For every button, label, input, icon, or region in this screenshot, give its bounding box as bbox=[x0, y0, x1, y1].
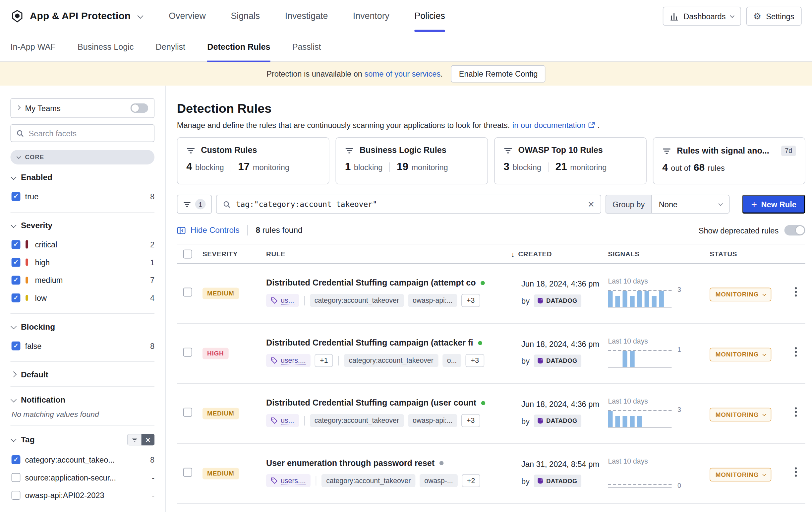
tag-pill[interactable]: category:account_takeover bbox=[321, 474, 416, 487]
facet-group-severity[interactable]: Severity bbox=[11, 221, 154, 230]
tag-pill[interactable]: category:account_takeover bbox=[310, 414, 404, 427]
hide-controls-link[interactable]: Hide Controls bbox=[177, 226, 240, 235]
tag-more-badge[interactable]: +2 bbox=[462, 474, 480, 487]
facet-group-notification[interactable]: Notification bbox=[11, 395, 154, 404]
nav-item-investigate[interactable]: Investigate bbox=[272, 0, 340, 32]
tag-facet-filter-button[interactable] bbox=[127, 434, 142, 445]
enable-remote-config-button[interactable]: Enable Remote Config bbox=[451, 65, 546, 82]
banner-services-link[interactable]: some of your services bbox=[365, 69, 441, 78]
new-rule-button[interactable]: New Rule bbox=[743, 195, 805, 214]
tab-in-app-waf[interactable]: In-App WAF bbox=[10, 32, 66, 61]
clear-search-icon[interactable] bbox=[588, 198, 594, 210]
facet-sidebar: My Teams Search facets CORE Enabled true… bbox=[0, 86, 166, 512]
status-dropdown[interactable]: MONITORING bbox=[709, 288, 771, 302]
tab-denylist[interactable]: Denylist bbox=[145, 32, 196, 61]
group-by-select[interactable]: None bbox=[651, 195, 730, 214]
nav-item-signals[interactable]: Signals bbox=[219, 0, 272, 32]
product-switcher[interactable]: App & API Protection bbox=[10, 9, 143, 23]
facet-group-default[interactable]: Default bbox=[11, 370, 154, 379]
settings-button[interactable]: Settings bbox=[746, 7, 802, 26]
my-teams-toggle[interactable] bbox=[130, 104, 148, 113]
tab-detection-rules[interactable]: Detection Rules bbox=[196, 32, 281, 61]
tag-more-badge[interactable]: +3 bbox=[461, 294, 480, 307]
facet-checkbox[interactable] bbox=[11, 490, 21, 500]
rules-search-input[interactable]: tag:"category:account_takeover" bbox=[216, 195, 601, 214]
core-label: CORE bbox=[25, 154, 45, 161]
nav-item-policies[interactable]: Policies bbox=[402, 0, 458, 32]
facet-checkbox[interactable] bbox=[11, 192, 21, 201]
dashboards-button[interactable]: Dashboards bbox=[663, 7, 741, 26]
facet-group-enabled[interactable]: Enabled bbox=[11, 173, 154, 182]
card-signal-anomalies[interactable]: Rules with signal ano... 7d 4 out of 68 … bbox=[653, 137, 805, 184]
tag-pill[interactable]: us... bbox=[266, 414, 299, 427]
tag-pill[interactable]: owasp-api:... bbox=[408, 414, 457, 427]
facet-group-blocking[interactable]: Blocking bbox=[11, 322, 154, 332]
tag-pill[interactable]: us... bbox=[266, 294, 299, 307]
rule-title[interactable]: User enumeration through password reset bbox=[266, 458, 435, 467]
filters-button[interactable]: 1 bbox=[177, 195, 212, 214]
nav-item-overview[interactable]: Overview bbox=[156, 0, 218, 32]
row-checkbox[interactable] bbox=[183, 468, 192, 477]
facet-item-tag-owasp[interactable]: owasp-api:API02-2023 - bbox=[10, 486, 154, 504]
rule-title[interactable]: Distributed Credential Stuffing campaign… bbox=[266, 338, 473, 347]
tab-business-logic[interactable]: Business Logic bbox=[67, 32, 145, 61]
card-owasp-top10-rules[interactable]: OWASP Top 10 Rules 3 blocking 21 monitor… bbox=[494, 137, 647, 184]
facet-item-severity-medium[interactable]: medium 7 bbox=[10, 271, 154, 289]
facet-item-severity-low[interactable]: low 4 bbox=[10, 289, 154, 307]
facet-checkbox[interactable] bbox=[11, 293, 21, 302]
column-header-created[interactable]: CREATED bbox=[510, 249, 604, 258]
documentation-link[interactable]: in our documentation bbox=[512, 121, 586, 130]
card-business-logic-rules[interactable]: Business Logic Rules 1 blocking 19 monit… bbox=[336, 137, 488, 184]
facet-checkbox[interactable] bbox=[11, 240, 21, 249]
row-menu-button[interactable] bbox=[795, 291, 797, 293]
row-checkbox[interactable] bbox=[183, 288, 192, 297]
rule-title[interactable]: Distributed Credential Stuffing campaign… bbox=[266, 278, 476, 287]
row-menu-button[interactable] bbox=[795, 351, 797, 353]
facet-group-tag[interactable]: Tag bbox=[11, 434, 154, 445]
facet-item-severity-high[interactable]: high 1 bbox=[10, 253, 154, 271]
row-menu-button[interactable] bbox=[795, 471, 797, 473]
tag-pill[interactable]: owasp-... bbox=[419, 474, 458, 487]
my-teams-box[interactable]: My Teams bbox=[10, 98, 154, 118]
row-checkbox[interactable] bbox=[183, 408, 192, 417]
facet-item-tag-category[interactable]: category:account_takeo... 8 bbox=[10, 451, 154, 468]
divider bbox=[247, 225, 248, 235]
facet-item-enabled-true[interactable]: true 8 bbox=[10, 187, 154, 205]
collapse-panel-icon bbox=[177, 226, 186, 235]
chevron-right-icon bbox=[10, 371, 17, 377]
tag-pill[interactable]: o... bbox=[442, 354, 462, 367]
card-custom-rules[interactable]: Custom Rules 4 blocking 17 monitoring bbox=[177, 137, 329, 184]
core-section-header[interactable]: CORE bbox=[10, 150, 154, 165]
facet-item-tag-source[interactable]: source:application-secur... - bbox=[10, 468, 154, 486]
facet-checkbox[interactable] bbox=[11, 473, 21, 482]
severity-badge: HIGH bbox=[203, 348, 229, 360]
tag-pill[interactable]: users.... bbox=[266, 474, 311, 487]
facet-checkbox[interactable] bbox=[11, 341, 21, 350]
tag-pill[interactable]: category:account_takeover bbox=[310, 294, 404, 307]
rule-title[interactable]: Distributed Credential Stuffing campaign… bbox=[266, 398, 476, 407]
divider bbox=[10, 386, 154, 387]
tag-pill[interactable]: users.... bbox=[266, 354, 311, 367]
tag-more-badge[interactable]: +3 bbox=[461, 414, 480, 427]
facet-item-blocking-false[interactable]: false 8 bbox=[10, 337, 154, 355]
tag-pill[interactable]: owasp-api:... bbox=[408, 294, 457, 307]
facet-checkbox[interactable] bbox=[11, 276, 21, 285]
facet-item-severity-critical[interactable]: critical 2 bbox=[10, 235, 154, 253]
status-dropdown[interactable]: MONITORING bbox=[709, 468, 771, 482]
status-dropdown[interactable]: MONITORING bbox=[709, 408, 771, 422]
tab-passlist[interactable]: Passlist bbox=[281, 32, 332, 61]
show-deprecated-toggle[interactable] bbox=[784, 225, 805, 235]
tag-more-badge[interactable]: +3 bbox=[466, 354, 484, 367]
row-menu-button[interactable] bbox=[795, 411, 797, 413]
tag-pill[interactable]: category:account_takeover bbox=[344, 354, 438, 367]
facet-checkbox[interactable] bbox=[11, 455, 21, 464]
select-all-checkbox[interactable] bbox=[183, 249, 192, 258]
tag-more-badge[interactable]: +1 bbox=[315, 354, 334, 367]
search-facets-input[interactable]: Search facets bbox=[10, 124, 154, 142]
facet-checkbox[interactable] bbox=[11, 258, 21, 266]
nav-item-inventory[interactable]: Inventory bbox=[340, 0, 402, 32]
tag-facet-clear-button[interactable] bbox=[142, 434, 154, 445]
status-dropdown[interactable]: MONITORING bbox=[709, 348, 771, 362]
row-checkbox[interactable] bbox=[183, 348, 192, 357]
show-deprecated-label: Show deprecated rules bbox=[699, 226, 779, 235]
